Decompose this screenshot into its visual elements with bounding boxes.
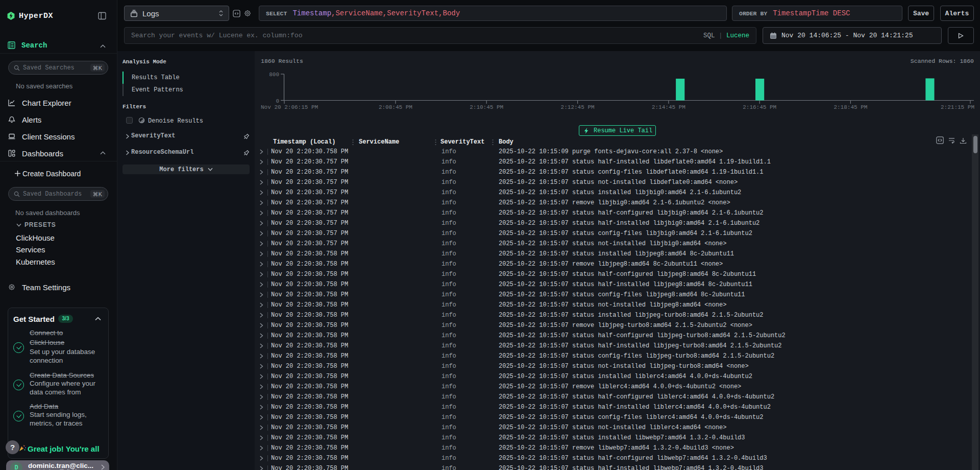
svg-text:2:16:45 PM: 2:16:45 PM <box>743 104 776 110</box>
svg-text:800: 800 <box>269 72 279 78</box>
svg-text:2:14:45 PM: 2:14:45 PM <box>652 104 685 110</box>
svg-text:0: 0 <box>276 98 279 104</box>
svg-text:Nov 20 2:06:15 PM: Nov 20 2:06:15 PM <box>261 104 318 110</box>
svg-text:2:21:15 PM: 2:21:15 PM <box>941 104 974 110</box>
svg-text:2:18:45 PM: 2:18:45 PM <box>834 104 867 110</box>
svg-text:2:10:45 PM: 2:10:45 PM <box>470 104 503 110</box>
svg-text:2:12:45 PM: 2:12:45 PM <box>561 104 595 110</box>
svg-text:2:08:45 PM: 2:08:45 PM <box>379 104 412 110</box>
